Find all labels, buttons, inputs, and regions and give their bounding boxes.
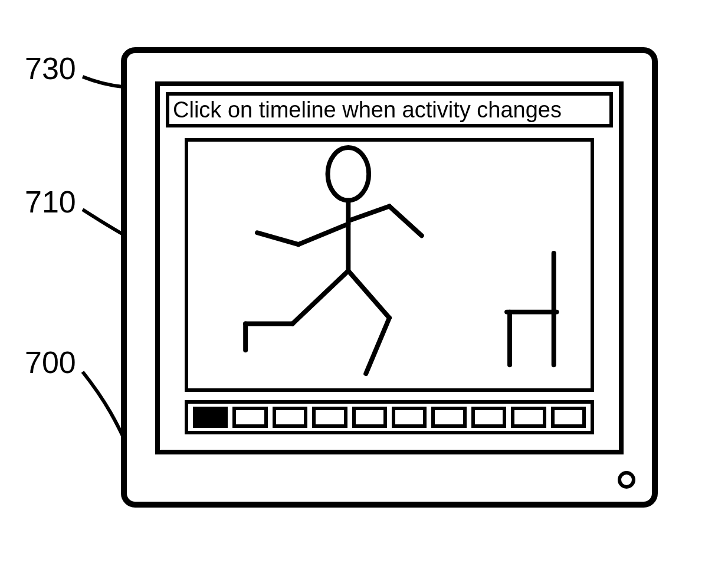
video-viewport — [185, 138, 594, 392]
callout-banner-label: 730 — [25, 51, 76, 86]
screen-bezel: Click on timeline when activity changes — [155, 81, 624, 454]
instruction-banner: Click on timeline when activity changes — [166, 92, 613, 127]
monitor-frame: Click on timeline when activity changes — [121, 47, 658, 508]
svg-line-3 — [389, 206, 422, 235]
timeline-cell[interactable] — [392, 407, 427, 428]
timeline-cell[interactable] — [551, 407, 586, 428]
timeline-cell[interactable] — [511, 407, 546, 428]
timeline-cell[interactable] — [232, 407, 267, 428]
callout-monitor-label: 700 — [25, 345, 76, 380]
instruction-text: Click on timeline when activity changes — [173, 97, 562, 123]
svg-line-4 — [299, 224, 349, 244]
callout-video-label: 710 — [25, 184, 76, 220]
svg-line-2 — [348, 206, 389, 221]
timeline-cell[interactable] — [352, 407, 387, 428]
power-led-icon — [618, 471, 635, 489]
timeline[interactable] — [185, 400, 594, 434]
timeline-cell[interactable] — [273, 407, 307, 428]
svg-point-0 — [328, 148, 369, 201]
svg-line-6 — [348, 271, 389, 318]
svg-line-8 — [293, 271, 349, 324]
video-scene-icon — [188, 142, 591, 388]
svg-line-7 — [366, 318, 389, 374]
timeline-cell[interactable] — [431, 407, 466, 428]
timeline-cell[interactable] — [193, 407, 228, 428]
timeline-cell[interactable] — [471, 407, 506, 428]
svg-line-5 — [257, 233, 299, 244]
timeline-cell[interactable] — [312, 407, 347, 428]
